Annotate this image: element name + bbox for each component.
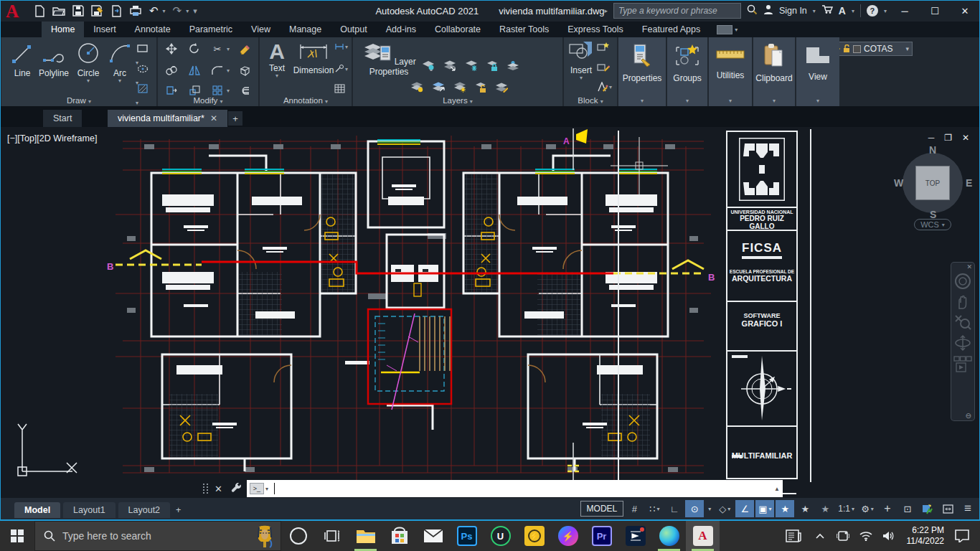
layer-make-current-tool[interactable] — [507, 60, 519, 71]
taskbar-search-box[interactable] — [34, 521, 281, 551]
polar-tracking-toggle[interactable]: ⊙ — [685, 500, 704, 517]
app-store-cart-icon[interactable] — [821, 4, 833, 17]
line-button[interactable]: Line — [7, 42, 37, 78]
command-line[interactable]: ✕ >_ ▾ ▲ — [202, 479, 783, 498]
fillet-tool[interactable] — [209, 65, 225, 76]
help-dropdown-icon[interactable]: ▾ — [884, 8, 887, 14]
object-snap-toggle[interactable]: ▣▾ — [755, 500, 774, 517]
mirror-tool[interactable] — [187, 65, 202, 76]
command-input-area[interactable]: >_ ▾ ▲ — [247, 480, 783, 497]
edit-attributes-tool[interactable]: ▾ — [597, 82, 612, 93]
snap-mode-toggle[interactable]: ∷▾ — [645, 500, 664, 517]
grid-display-toggle[interactable]: # — [625, 500, 644, 517]
dwg-minimize-icon[interactable]: ─ — [928, 133, 935, 143]
tab-home[interactable]: Home — [42, 22, 84, 37]
save-icon[interactable] — [72, 5, 84, 17]
linear-dim-tool[interactable]: ▾ — [334, 43, 348, 50]
close-button[interactable]: ✕ — [950, 0, 980, 22]
mail-taskbar-icon[interactable] — [416, 521, 450, 551]
annotation-scale-icon[interactable]: ★ — [816, 500, 834, 517]
tab-collaborate[interactable]: Collaborate — [425, 22, 490, 37]
cortana-button[interactable] — [281, 521, 315, 551]
properties-panel[interactable]: Properties▾ — [618, 37, 666, 106]
start-button[interactable] — [0, 521, 34, 551]
file-tab-start[interactable]: Start — [43, 110, 82, 127]
clean-screen-icon[interactable] — [938, 500, 957, 517]
file-tab-drawing[interactable]: vivienda multifamiliar*✕ — [108, 110, 227, 127]
polar-tracking-dropdown[interactable]: ▾ — [705, 500, 714, 517]
edge-taskbar-icon[interactable] — [652, 521, 686, 551]
volume-icon[interactable] — [880, 521, 898, 551]
modify-panel-label[interactable]: Modify ▾ — [158, 96, 258, 105]
layer-properties-button[interactable]: LayerProperties — [362, 40, 416, 77]
view-panel[interactable]: View▾ — [796, 37, 839, 106]
pan-icon[interactable] — [955, 294, 971, 310]
workspace-switching-icon[interactable]: ⚙▾ — [858, 500, 877, 517]
move-tool[interactable] — [164, 43, 179, 55]
layout1-tab[interactable]: Layout1 — [63, 502, 115, 518]
search-icon[interactable] — [747, 4, 758, 18]
array-tool[interactable] — [209, 85, 225, 96]
tab-featured-apps[interactable]: Featured Apps — [633, 22, 710, 37]
layer-unisolate-tool[interactable] — [432, 82, 445, 93]
taskbar-clock[interactable]: 6:22 PM 11/4/2022 — [903, 525, 944, 547]
copy-tool[interactable] — [164, 65, 179, 76]
command-prompt-icon[interactable]: >_ — [250, 483, 264, 494]
model-tab[interactable]: Model — [14, 502, 60, 518]
viewcube-top-face[interactable]: TOP — [915, 166, 950, 200]
exchange-dropdown-icon[interactable]: ▾ — [852, 8, 854, 14]
viewport-controls[interactable]: [−][Top][2D Wireframe] — [6, 133, 98, 144]
layer-thaw-tool[interactable] — [453, 82, 466, 93]
plot-icon[interactable] — [129, 5, 142, 17]
action-center-icon[interactable] — [948, 521, 976, 551]
user-icon[interactable] — [763, 4, 773, 17]
taskbar-search-input[interactable] — [62, 530, 206, 542]
layout2-tab[interactable]: Layout2 — [118, 502, 170, 518]
model-space-toggle[interactable]: MODEL — [580, 501, 624, 517]
new-drawing-tab-button[interactable]: + — [228, 111, 242, 126]
driver-booster-taskbar-icon[interactable]: ⚡ — [517, 521, 551, 551]
export-icon[interactable] — [111, 5, 122, 17]
redo-icon[interactable]: ↷ — [173, 4, 182, 17]
close-tab-icon[interactable]: ✕ — [210, 113, 217, 123]
scale-tool[interactable] — [187, 85, 202, 96]
command-input[interactable] — [290, 480, 720, 497]
sign-in-dropdown-icon[interactable]: ▾ — [813, 8, 816, 14]
customization-icon[interactable]: + — [878, 500, 897, 517]
save-as-icon[interactable] — [91, 5, 104, 17]
viewcube-east[interactable]: E — [966, 177, 972, 189]
navigation-bar[interactable]: ✕ ⊖ — [951, 262, 975, 421]
tab-view[interactable]: View — [242, 22, 280, 37]
layer-unlock-tool[interactable] — [475, 82, 486, 93]
drawing-canvas[interactable]: [−][Top][2D Wireframe] ─ ❐ ✕ — [1, 127, 979, 498]
annotation-panel-label[interactable]: Annotation ▾ — [260, 96, 352, 105]
object-snap-tracking-toggle[interactable]: ∠ — [735, 500, 754, 517]
task-view-button[interactable] — [315, 521, 349, 551]
messenger-taskbar-icon[interactable]: ⚡ — [551, 521, 585, 551]
rotate-tool[interactable] — [187, 43, 202, 55]
offset-tool[interactable] — [237, 85, 253, 96]
qat-customize-icon[interactable]: ▾ — [193, 6, 197, 16]
maximize-button[interactable]: ☐ — [920, 0, 950, 22]
tray-device-icon[interactable] — [834, 521, 852, 551]
command-resize-icon[interactable]: ▲ — [774, 486, 780, 492]
iobit-uninstaller-taskbar-icon[interactable]: U — [484, 521, 517, 551]
tab-manage[interactable]: Manage — [280, 22, 331, 37]
annotation-scale-value[interactable]: 1:1▾ — [836, 500, 857, 517]
steering-wheel-icon[interactable] — [954, 273, 971, 290]
layer-match-tool[interactable] — [495, 82, 508, 93]
command-grip-handle[interactable] — [202, 479, 210, 498]
command-customize-icon[interactable] — [231, 482, 242, 496]
layer-on-tool[interactable] — [410, 82, 423, 93]
tab-annotate[interactable]: Annotate — [126, 22, 180, 37]
tab-parametric[interactable]: Parametric — [180, 22, 242, 37]
news-widget-icon[interactable] — [781, 521, 806, 551]
viewcube-north[interactable]: N — [929, 144, 936, 156]
annotation-autoscale-toggle[interactable]: ★ — [796, 500, 814, 517]
zoom-extents-icon[interactable] — [954, 314, 971, 330]
premiere-taskbar-icon[interactable]: Pr — [585, 521, 618, 551]
photoshop-taskbar-icon[interactable]: Ps — [450, 521, 484, 551]
dwg-close-icon[interactable]: ✕ — [962, 133, 969, 143]
sign-in-label[interactable]: Sign In — [779, 6, 807, 16]
layer-freeze-tool[interactable] — [465, 60, 478, 71]
